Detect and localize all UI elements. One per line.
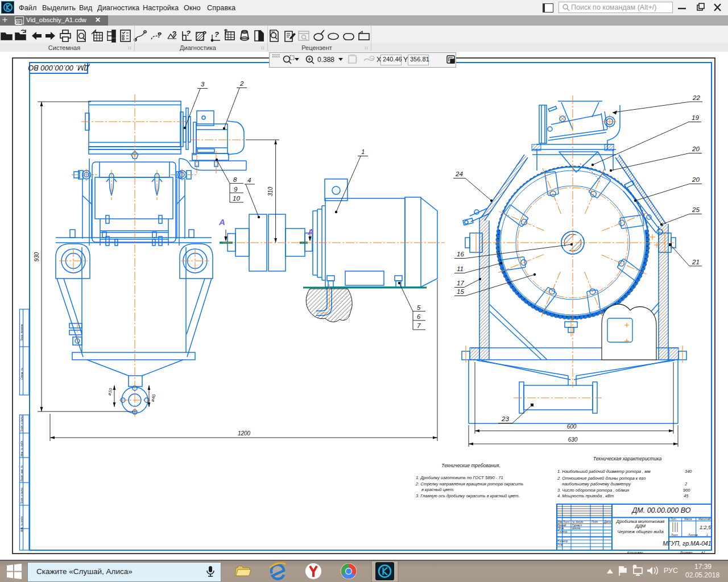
svg-text:5: 5 [417, 304, 421, 311]
svg-text:21: 21 [692, 259, 700, 265]
svg-text:11: 11 [457, 265, 464, 272]
svg-text:Лист: Лист [671, 534, 678, 537]
svg-text:4: 4 [247, 177, 251, 184]
svg-text:Техническая характеристика: Техническая характеристика [593, 456, 662, 462]
svg-text:МГУП, гр.МА-041: МГУП, гр.МА-041 [663, 540, 711, 547]
svg-text:Масса: Масса [684, 518, 692, 521]
svg-text:A: A [307, 227, 314, 236]
svg-text:45: 45 [684, 493, 689, 498]
svg-text:Листов: Листов [688, 534, 698, 537]
svg-text:9: 9 [234, 186, 238, 193]
svg-text:?: ? [186, 29, 191, 38]
svg-text:№ докум.: № докум. [572, 521, 584, 523]
svg-text:Пров.: Пров. [557, 527, 564, 530]
svg-text:Справ. №: Справ. № [20, 368, 23, 380]
svg-text:17: 17 [457, 280, 464, 286]
svg-text:Подп. и дата: Подп. и дата [20, 488, 23, 504]
svg-text:25: 25 [692, 206, 700, 213]
svg-text:19: 19 [692, 114, 699, 121]
svg-text:2: 2 [684, 481, 688, 487]
svg-text:Копировал: Копировал [627, 551, 643, 554]
svg-text:10: 10 [233, 195, 240, 202]
svg-text:2: 2 [239, 80, 244, 87]
svg-text:24: 24 [455, 171, 463, 177]
svg-text:3: 3 [201, 81, 205, 88]
svg-text:Инв. № подл.: Инв. № подл. [20, 516, 23, 532]
svg-text:А1: А1 [701, 551, 705, 554]
svg-text:1. Наибольший рабочий диаметр: 1. Наибольший рабочий диаметр ротора , м… [557, 469, 651, 474]
svg-text:Взам. инв. №: Взам. инв. № [20, 465, 23, 481]
svg-text:Изм Лист: Изм Лист [557, 521, 570, 523]
svg-text:0.388: 0.388 [317, 56, 334, 64]
svg-text:8: 8 [233, 176, 237, 183]
svg-text:?: ? [157, 31, 162, 39]
svg-text:Масштаб: Масштаб [698, 518, 711, 521]
svg-text:Шеина: Шеина [572, 527, 581, 530]
svg-text:1. Дробилку изготовить по ГОСТ: 1. Дробилку изготовить по ГОСТ 5890 - 71 [416, 475, 503, 480]
svg-text:23: 23 [501, 415, 509, 422]
svg-text:1200: 1200 [238, 430, 251, 436]
svg-text:630: 630 [568, 436, 578, 443]
svg-text:6: 6 [417, 313, 421, 320]
svg-text:15: 15 [457, 288, 464, 295]
svg-text:3. Число оборотов ротора , об/: 3. Число оборотов ротора , об/мин [557, 488, 629, 493]
svg-text:Чертеж общего вида: Чертеж общего вида [617, 529, 664, 534]
svg-text:в красный цвет.: в красный цвет. [421, 487, 454, 492]
svg-text:2. Отношение рабочей длины рот: 2. Отношение рабочей длины ротора к его [557, 476, 646, 481]
svg-text:20: 20 [692, 176, 700, 183]
svg-text:340: 340 [685, 469, 692, 474]
svg-text:Подп. и дата: Подп. и дата [20, 415, 23, 432]
svg-text:2. Стрелку направления вращени: 2. Стрелку направления вращения ротора о… [415, 481, 523, 487]
svg-text:4. Мощность привода , кВт: 4. Мощность привода , кВт [557, 493, 614, 498]
svg-text:310: 310 [267, 186, 274, 196]
svg-text:900: 900 [683, 488, 690, 493]
svg-text:A: A [218, 217, 225, 227]
svg-text:Инв. № дубл.: Инв. № дубл. [20, 440, 23, 456]
svg-text:930: 930 [34, 252, 40, 261]
svg-text:600: 600 [567, 423, 577, 430]
svg-text:1:2,5: 1:2,5 [700, 525, 712, 530]
svg-text:20: 20 [692, 146, 700, 152]
svg-text:?: ? [172, 30, 176, 38]
svg-text:3. Главную ось дробилку окраси: 3. Главную ось дробилку окрасить в красн… [416, 493, 520, 498]
svg-text:1: 1 [706, 534, 708, 537]
svg-text:1: 1 [361, 148, 365, 155]
svg-text:Гуревич: Гуревич [572, 524, 582, 527]
svg-text:?: ? [214, 30, 219, 39]
svg-text:16: 16 [457, 251, 464, 257]
svg-text:наибольшему рабочему диаметру: наибольшему рабочему диаметру [562, 481, 631, 487]
svg-text:Формат: Формат [680, 551, 693, 554]
svg-text:ДДМ: ДДМ [635, 523, 646, 529]
svg-text:Дата: Дата [603, 521, 611, 523]
svg-text:Утв.: Утв. [557, 543, 563, 546]
svg-text:7: 7 [417, 322, 421, 329]
svg-text:Перв. примен.: Перв. примен. [20, 323, 23, 341]
svg-text:?: ? [202, 30, 206, 38]
svg-text:Т.контр.: Т.контр. [557, 530, 568, 533]
svg-text:ДМ. 00.00.000 ВО: ДМ. 00.00.000 ВО [631, 506, 690, 514]
svg-text:22: 22 [692, 94, 700, 101]
svg-text:Разраб.: Разраб. [557, 524, 567, 527]
svg-text:Лит.: Лит. [670, 518, 677, 521]
svg-text:ДМ. 00.00.000 ВО: ДМ. 00.00.000 ВО [28, 64, 90, 72]
svg-text:Н.контр.: Н.контр. [557, 540, 568, 543]
svg-text:Технические требования.: Технические требования. [441, 463, 500, 468]
svg-text:Подп.: Подп. [592, 521, 598, 523]
